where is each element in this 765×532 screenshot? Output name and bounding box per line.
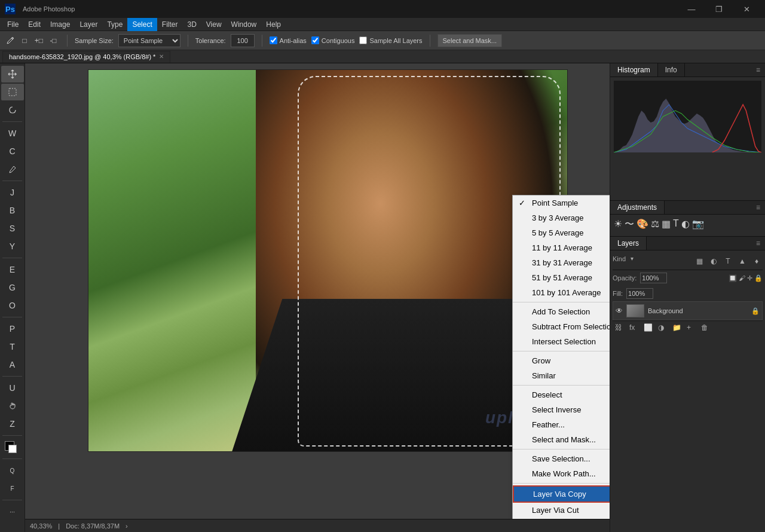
- histogram-tab[interactable]: Histogram: [610, 63, 658, 77]
- delete-layer-btn[interactable]: 🗑: [701, 323, 713, 335]
- selection-tool[interactable]: [1, 84, 24, 100]
- eraser-tool[interactable]: E: [1, 261, 24, 278]
- tool-rect-select[interactable]: □: [18, 34, 31, 47]
- anti-alias-checkbox[interactable]: [270, 36, 277, 44]
- heal-tool[interactable]: J: [1, 184, 24, 201]
- move-tool[interactable]: [1, 66, 24, 82]
- dodge-tool[interactable]: O: [1, 297, 24, 314]
- adj-colorbalance[interactable]: ⚖: [651, 218, 659, 231]
- new-fill-btn[interactable]: ◑: [658, 323, 670, 335]
- sample-size-select[interactable]: Point Sample 3 by 3 Average 5 by 5 Avera…: [118, 34, 180, 47]
- ctx-5by5[interactable]: 5 by 5 Average: [513, 225, 610, 240]
- filter-pixel-icon[interactable]: ▦: [693, 255, 705, 267]
- lock-position-icon[interactable]: ✛: [747, 274, 752, 282]
- add-mask-btn[interactable]: ⬜: [644, 323, 656, 335]
- lock-transparent-icon[interactable]: 🔲: [729, 274, 737, 282]
- link-layers-btn[interactable]: ⛓: [615, 323, 627, 335]
- filter-smart-icon[interactable]: ♦: [751, 255, 763, 267]
- quick-mask-tool[interactable]: Q: [1, 462, 24, 479]
- zoom-tool[interactable]: Z: [1, 415, 24, 432]
- contiguous-checkbox[interactable]: [311, 36, 319, 44]
- ctx-select-mask[interactable]: Select and Mask...: [513, 432, 610, 447]
- document-tab[interactable]: handsome-635832_1920.jpg @ 40,3% (RGB/8#…: [2, 51, 170, 63]
- layers-panel-menu[interactable]: ≡: [751, 237, 765, 250]
- adj-brightness[interactable]: ☀: [614, 218, 622, 231]
- new-layer-btn[interactable]: +: [687, 323, 699, 335]
- ctx-feather[interactable]: Feather...: [513, 417, 610, 432]
- brush-tool[interactable]: B: [1, 202, 24, 219]
- status-arrow[interactable]: ›: [126, 522, 128, 530]
- ctx-51by51[interactable]: 51 by 51 Average: [513, 270, 610, 285]
- ctx-layer-via-cut[interactable]: Layer Via Cut: [513, 503, 610, 518]
- ctx-31by31[interactable]: 31 by 31 Average: [513, 255, 610, 270]
- adj-photo-filter[interactable]: 📷: [692, 218, 704, 231]
- new-group-btn[interactable]: 📁: [672, 323, 684, 335]
- tool-remove[interactable]: -□: [47, 34, 60, 47]
- ctx-layer-via-copy[interactable]: Layer Via Copy: [513, 485, 610, 503]
- maximize-button[interactable]: ❐: [705, 0, 733, 18]
- rect-shape-tool[interactable]: U: [1, 380, 24, 396]
- lock-all-icon[interactable]: 🔒: [754, 274, 763, 282]
- histogram-panel-menu[interactable]: ≡: [751, 63, 765, 77]
- ctx-add-selection[interactable]: Add To Selection: [513, 304, 610, 319]
- crop-tool[interactable]: C: [1, 143, 24, 160]
- ctx-intersect-selection[interactable]: Intersect Selection: [513, 334, 610, 349]
- menu-layer[interactable]: Layer: [75, 18, 102, 31]
- adj-more[interactable]: T: [673, 218, 679, 231]
- select-mask-button[interactable]: Select and Mask...: [437, 34, 503, 47]
- extra-tools[interactable]: ···: [1, 503, 24, 520]
- ctx-make-work-path[interactable]: Make Work Path...: [513, 466, 610, 481]
- menu-image[interactable]: Image: [45, 18, 75, 31]
- sample-all-layers-checkbox[interactable]: [359, 36, 367, 44]
- filter-shape-icon[interactable]: ▲: [736, 255, 748, 267]
- clone-stamp-tool[interactable]: S: [1, 220, 24, 237]
- menu-filter[interactable]: Filter: [157, 18, 183, 31]
- ctx-point-sample[interactable]: Point Sample: [513, 195, 610, 210]
- menu-type[interactable]: Type: [102, 18, 127, 31]
- ctx-grow[interactable]: Grow: [513, 353, 610, 368]
- minimize-button[interactable]: —: [678, 0, 705, 18]
- tab-close-icon[interactable]: ✕: [159, 53, 164, 60]
- history-brush-tool[interactable]: Y: [1, 238, 24, 255]
- foreground-color[interactable]: [1, 439, 24, 455]
- adj-curves[interactable]: 〜: [625, 218, 634, 231]
- path-select-tool[interactable]: A: [1, 356, 24, 373]
- layer-kind-select[interactable]: ▾: [631, 255, 634, 267]
- menu-window[interactable]: Window: [227, 18, 262, 31]
- info-tab[interactable]: Info: [658, 63, 685, 77]
- gradient-tool[interactable]: G: [1, 279, 24, 296]
- fill-input[interactable]: [626, 288, 653, 299]
- ctx-subtract-selection[interactable]: Subtract From Selection: [513, 319, 610, 334]
- adj-hsl[interactable]: 🎨: [637, 218, 648, 231]
- lasso-tool[interactable]: [1, 102, 24, 118]
- ctx-101by101[interactable]: 101 by 101 Average: [513, 285, 610, 300]
- menu-select[interactable]: Select: [127, 18, 157, 31]
- ctx-select-inverse[interactable]: Select Inverse: [513, 402, 610, 417]
- canvas-area[interactable]: uplotify Point Sample 3 by 3 Average 5 b…: [25, 63, 610, 519]
- filter-adj-icon[interactable]: ◐: [708, 255, 720, 267]
- filter-type-icon[interactable]: T: [722, 255, 734, 267]
- screen-mode-tool[interactable]: F: [1, 480, 24, 497]
- lock-brush-icon[interactable]: 🖌: [739, 274, 745, 282]
- add-style-btn[interactable]: fx: [629, 323, 641, 335]
- quick-select-tool[interactable]: W: [1, 125, 24, 142]
- background-layer[interactable]: 👁 Background 🔒: [613, 301, 763, 320]
- tolerance-input[interactable]: [231, 34, 255, 47]
- menu-help[interactable]: Help: [261, 18, 286, 31]
- menu-view[interactable]: View: [201, 18, 227, 31]
- opacity-input[interactable]: [640, 273, 667, 283]
- adj-bw[interactable]: ◐: [681, 218, 690, 231]
- adjustments-tab[interactable]: Adjustments: [610, 201, 665, 214]
- ctx-deselect[interactable]: Deselect: [513, 387, 610, 402]
- tool-eyedropper[interactable]: [4, 34, 17, 47]
- ctx-11by11[interactable]: 11 by 11 Average: [513, 240, 610, 255]
- ctx-3by3[interactable]: 3 by 3 Average: [513, 210, 610, 225]
- layers-tab[interactable]: Layers: [610, 237, 647, 250]
- ctx-save-selection[interactable]: Save Selection...: [513, 451, 610, 466]
- menu-edit[interactable]: Edit: [23, 18, 45, 31]
- adj-levels[interactable]: ▦: [662, 218, 671, 231]
- menu-3d[interactable]: 3D: [182, 18, 201, 31]
- hand-tool[interactable]: [1, 398, 24, 414]
- adjustments-panel-menu[interactable]: ≡: [751, 201, 765, 214]
- layer-eye-icon[interactable]: 👁: [616, 307, 623, 315]
